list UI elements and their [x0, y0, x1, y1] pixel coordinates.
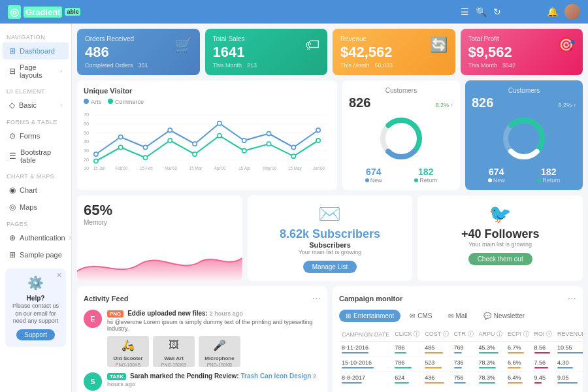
help-title: Help?	[27, 295, 45, 302]
table-cell: 6.6%	[505, 357, 532, 372]
activity-content: TASK Sarah marked the Pending Review: Tr…	[107, 372, 321, 387]
customers-return-label: Return	[414, 177, 437, 184]
table-cell: 8-8-2017	[339, 372, 392, 387]
activity-image-item: 🎤 Microphone PNG-150KB	[199, 336, 240, 367]
customers-blue-new-label: New	[488, 177, 505, 184]
stat-card-1: 🏷 Total Sales 1641 This Month213	[205, 29, 328, 75]
customers-blue-value: 826	[472, 95, 493, 110]
svg-text:70: 70	[84, 112, 89, 118]
activity-link[interactable]: Trash Can Icon Design	[240, 372, 311, 380]
svg-text:30: 30	[84, 148, 89, 154]
refresh-icon[interactable]: ↻	[493, 7, 501, 17]
memory-pct: 65%	[84, 202, 236, 219]
sidebar-item-chart[interactable]: ◉Chart	[3, 182, 69, 199]
customers-return-val: 182	[414, 167, 437, 177]
topbar: ◎ Gradient able ☰ 🔍 ↻ 🔔	[0, 0, 588, 24]
svg-text:Apr'00: Apr'00	[214, 166, 227, 171]
customers-blue-return-val: 182	[537, 167, 560, 177]
sidebar-item-basic[interactable]: ◇Basic›	[3, 97, 69, 114]
svg-text:60: 60	[84, 121, 89, 127]
help-text: Please contact us on our email for need …	[12, 302, 59, 325]
col-ecpi: ECPI ⓘ	[505, 327, 532, 342]
svg-text:15 Mar: 15 Mar	[189, 166, 203, 171]
svg-text:15 Apr: 15 Apr	[238, 166, 250, 171]
sidebar-item-dashboard[interactable]: ⊞Dashboard	[3, 42, 69, 59]
help-close-button[interactable]: ✕	[56, 271, 62, 280]
chart-title: Unique Visitor	[84, 87, 331, 95]
menu-icon[interactable]: ☰	[461, 7, 469, 17]
svg-point-25	[143, 155, 147, 159]
stat-card-0: 🛒 Orders Received 486 Completed Orders35…	[77, 29, 200, 75]
mid-row: Unique Visitor Arts Commerce 70 60 50 40…	[77, 80, 583, 190]
col-ctr: CTR ⓘ	[451, 327, 476, 342]
svg-point-27	[193, 152, 197, 156]
table-cell: 9.45	[532, 372, 555, 387]
svg-text:20: 20	[84, 157, 89, 163]
topbar-icons: ☰ 🔍 ↻ 🔔	[461, 4, 580, 20]
svg-point-17	[193, 142, 197, 146]
support-button[interactable]: Support	[16, 329, 55, 340]
avatar[interactable]	[564, 4, 580, 20]
activity-feed-title: Activity Feed	[84, 295, 128, 302]
svg-point-29	[242, 149, 246, 153]
sidebar-icon: ◎	[9, 203, 16, 212]
stat-sub: This Month58,033	[340, 62, 448, 69]
sidebar-item-sample-page[interactable]: ⊞Sample page	[3, 246, 69, 263]
tab-newsletter[interactable]: 💬 Newsletter	[477, 310, 531, 322]
bell-icon[interactable]: 🔔	[547, 7, 558, 17]
memory-chart	[77, 245, 242, 281]
manage-list-button[interactable]: Manage List	[303, 261, 357, 273]
table-cell: 786	[392, 342, 422, 357]
table-row: 8-11-201678648576945.3%6.7%8.5610.5533.8…	[339, 342, 583, 357]
campaign-more-button[interactable]: ···	[568, 293, 576, 304]
sidebar-icon: ☰	[9, 152, 16, 161]
tab-entertainment[interactable]: ⊞ Entertainment	[339, 310, 400, 322]
memory-card: 65% Memory	[77, 195, 242, 281]
table-cell: 769	[451, 342, 476, 357]
stat-sub: This Month213	[213, 62, 320, 69]
campaign-table: CAMPAIGN DATE CLICK ⓘ COST ⓘ CTR ⓘ ARPU …	[339, 327, 583, 386]
table-row: 8-8-201762443675678.3%6.4%9.459.058.63%	[339, 372, 583, 387]
sidebar-icon: ⊙	[9, 131, 16, 140]
svg-text:50: 50	[84, 130, 89, 136]
customers-blue-new-val: 674	[488, 167, 505, 177]
activity-item: S TASK Sarah marked the Pending Review: …	[84, 372, 321, 391]
activity-badge: PNG	[107, 310, 123, 318]
line-chart-svg: 70 60 50 40 30 20 10	[84, 108, 331, 173]
table-cell: 15-10-2016	[339, 357, 392, 372]
check-them-out-button[interactable]: Check them out	[468, 253, 532, 265]
tab-mail[interactable]: ✉ Mail	[442, 310, 474, 322]
twitter-sub: Your main list is growing	[424, 241, 576, 248]
activity-image-item: 🛵 Old Scooter PNG-100KB	[107, 336, 149, 367]
campaign-title: Campaign monitor	[339, 295, 402, 302]
svg-text:Jun'00: Jun'00	[313, 166, 325, 171]
email-icon: ✉️	[254, 203, 406, 225]
sidebar-item-bootstrap-table[interactable]: ☰Bootstrap table	[3, 144, 69, 168]
sidebar-item-authentication[interactable]: ⊕Authentication›	[3, 229, 69, 246]
customers-title: Customers	[349, 87, 453, 94]
sidebar-item-page-layouts[interactable]: ⊟Page layouts›	[3, 59, 69, 83]
subscriber-count: 8.62k Subscribers	[254, 227, 406, 241]
table-cell: 6.4%	[505, 372, 532, 387]
stat-title: Total Profit	[468, 35, 576, 42]
tab-cms[interactable]: ✉ CMS	[403, 310, 438, 322]
sidebar-icon: ◇	[9, 101, 15, 110]
activity-images: 🛵 Old Scooter PNG-100KB 🖼 Wall Art PNG-1…	[107, 336, 321, 367]
customers-card-blue: Customers 826 8.2% ↑ 674 New	[465, 80, 583, 190]
sidebar-section-title: chart & maps	[0, 168, 71, 182]
sidebar-help: ✕ ⚙️ Help? Please contact us on our emai…	[5, 269, 66, 347]
activity-more-button[interactable]: ···	[312, 293, 321, 304]
sidebar-item-forms[interactable]: ⊙Forms	[3, 127, 69, 144]
svg-point-28	[218, 134, 221, 138]
svg-point-26	[168, 139, 172, 142]
search-icon[interactable]: 🔍	[476, 7, 487, 17]
sidebar-item-label: Page layouts	[20, 63, 56, 79]
twitter-icon: 🐦	[424, 203, 576, 225]
sidebar-section-title: forms & table	[0, 114, 71, 127]
sidebar-item-maps[interactable]: ◎Maps	[3, 199, 69, 216]
chevron-right-icon: ›	[69, 235, 71, 241]
unique-visitor-chart: Unique Visitor Arts Commerce 70 60 50 40…	[77, 80, 337, 190]
customers-value: 826	[349, 95, 370, 110]
subscribers-title: Subscribers	[254, 241, 406, 249]
customers-new-val: 674	[365, 167, 382, 177]
